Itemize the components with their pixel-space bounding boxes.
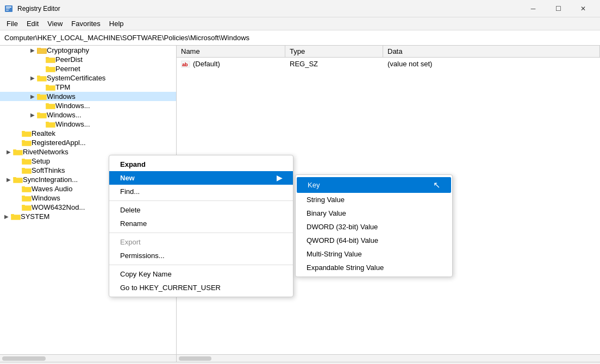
tree-label-realtek: Realtek: [32, 129, 176, 137]
sub-string-value[interactable]: String Value: [296, 193, 452, 206]
ctx-go-to-hkcu[interactable]: Go to HKEY_CURRENT_USER: [109, 281, 293, 294]
folder-icon-rivetnetworks: [13, 148, 23, 156]
tree-label-windows2: Windows...: [47, 111, 176, 119]
svg-rect-30: [37, 113, 47, 118]
values-scrollbar[interactable]: [177, 355, 600, 362]
sub-dword-value[interactable]: DWORD (32-bit) Value: [296, 220, 452, 234]
tree-label-systemcerts: SystemCertificates: [47, 74, 176, 82]
folder-icon-wow6432nod: [22, 204, 32, 211]
tree-item-systemcerts[interactable]: ▶ SystemCertificates: [0, 73, 176, 83]
svg-rect-2: [6, 8, 10, 9]
header-type: Type: [285, 46, 383, 57]
svg-rect-48: [22, 168, 32, 174]
tree-item-windows3[interactable]: ▶ Windows...: [0, 120, 176, 129]
folder-icon-windows3: [46, 121, 55, 128]
tree-arrow-windows2: ▶: [28, 112, 37, 118]
cursor-indicator: ↖: [433, 180, 440, 190]
header-name: Name: [177, 46, 285, 57]
folder-icon-syncintegration: [13, 176, 23, 184]
values-header: Name Type Data: [177, 46, 600, 58]
ctx-copy-key-name[interactable]: Copy Key Name: [109, 267, 293, 281]
tree-item-registeredappl[interactable]: ▶ RegisteredAppl...: [0, 138, 176, 147]
tree-arrow-windows: ▶: [28, 93, 37, 99]
svg-rect-3: [6, 10, 9, 11]
ctx-rename[interactable]: Rename: [109, 217, 293, 230]
title-bar-left: Registry Editor: [4, 4, 60, 13]
registry-icon: [4, 4, 13, 13]
folder-icon-windows2: [37, 111, 47, 119]
menu-view[interactable]: View: [43, 18, 67, 29]
address-bar: Computer\HKEY_LOCAL_MACHINE\SOFTWARE\Pol…: [0, 30, 600, 46]
tree-item-windows-selected[interactable]: ▶ Windows: [0, 92, 176, 101]
folder-icon-system: [11, 213, 21, 221]
context-menu: Expand New ▶ Find... Delete Rename Expor…: [109, 155, 293, 297]
tree-item-tpm[interactable]: ▶ TPM: [0, 83, 176, 92]
svg-rect-51: [13, 178, 23, 183]
value-type-default: REG_SZ: [285, 59, 383, 69]
svg-rect-33: [46, 122, 55, 128]
folder-icon-windows-bottom: [22, 194, 32, 202]
header-data: Data: [383, 46, 600, 57]
tree-label-cryptography: Cryptography: [47, 46, 176, 54]
menu-favorites[interactable]: Favorites: [67, 18, 104, 29]
ctx-find[interactable]: Find...: [109, 185, 293, 198]
ctx-export[interactable]: Export: [109, 235, 293, 249]
title-bar: Registry Editor ─ ☐ ✕: [0, 0, 600, 17]
folder-icon-tpm: [46, 84, 55, 91]
ctx-expand[interactable]: Expand: [109, 158, 293, 171]
tree-item-peerdist[interactable]: ▶ PeerDist: [0, 55, 176, 64]
menu-help[interactable]: Help: [105, 18, 128, 29]
folder-icon-windows1: [46, 102, 55, 110]
tree-item-cryptography[interactable]: ▶ Cryptography: [0, 46, 176, 55]
folder-icon-setup: [22, 158, 32, 165]
tree-arrow-cryptography: ▶: [28, 47, 37, 53]
svg-rect-42: [13, 150, 23, 155]
svg-text:ab: ab: [182, 62, 188, 67]
submenu: Key ↖ String Value Binary Value DWORD (3…: [295, 174, 453, 277]
sub-multi-string-value[interactable]: Multi-String Value: [296, 247, 452, 261]
ctx-permissions[interactable]: Permissions...: [109, 249, 293, 262]
menu-edit[interactable]: Edit: [22, 18, 43, 29]
sub-binary-value[interactable]: Binary Value: [296, 206, 452, 220]
svg-rect-57: [22, 196, 32, 202]
values-row-default[interactable]: ab (Default) REG_SZ (value not set): [177, 58, 600, 70]
tree-label-tpm: TPM: [55, 83, 176, 91]
svg-rect-63: [11, 215, 21, 220]
svg-rect-45: [22, 159, 32, 165]
values-scrollbar-thumb[interactable]: [179, 356, 211, 361]
ctx-new[interactable]: New ▶: [109, 171, 293, 185]
folder-icon-windows: [37, 93, 47, 101]
folder-icon-peerdist: [46, 56, 55, 64]
restore-button[interactable]: ☐: [546, 0, 571, 17]
folder-icon-softthinks: [22, 167, 32, 174]
minimize-button[interactable]: ─: [521, 0, 546, 17]
tree-item-windows2[interactable]: ▶ Windows...: [0, 110, 176, 120]
close-button[interactable]: ✕: [571, 0, 596, 17]
sub-key[interactable]: Key ↖: [297, 177, 451, 193]
svg-rect-12: [46, 58, 55, 62]
tree-scrollbar[interactable]: [0, 355, 177, 362]
tree-item-peernet[interactable]: ▶ Peernet: [0, 64, 176, 73]
ctx-sep2: [109, 233, 293, 233]
menu-file[interactable]: File: [2, 18, 22, 29]
svg-rect-7: [38, 49, 46, 53]
tree-label-peerdist: PeerDist: [55, 55, 176, 64]
ctx-new-arrow: ▶: [277, 174, 282, 182]
sub-expandable-string-value[interactable]: Expandable String Value: [296, 261, 452, 274]
tree-item-windows1[interactable]: ▶ Windows...: [0, 101, 176, 110]
folder-icon-realtek: [22, 130, 32, 137]
svg-rect-39: [22, 141, 32, 146]
ctx-delete[interactable]: Delete: [109, 203, 293, 217]
sub-key-label: Key: [308, 181, 320, 189]
tree-arrow-systemcerts: ▶: [28, 75, 37, 81]
svg-rect-54: [22, 187, 32, 192]
tree-scrollbar-thumb[interactable]: [2, 356, 46, 361]
svg-rect-27: [46, 104, 55, 109]
value-data-default: (value not set): [383, 59, 600, 69]
sub-qword-value[interactable]: QWORD (64-bit) Value: [296, 234, 452, 247]
svg-rect-60: [22, 205, 32, 211]
tree-label-windows3: Windows...: [55, 120, 176, 128]
folder-icon-registeredappl: [22, 139, 32, 147]
horizontal-scrollbar-area: [0, 354, 600, 362]
tree-item-realtek[interactable]: ▶ Realtek: [0, 129, 176, 138]
